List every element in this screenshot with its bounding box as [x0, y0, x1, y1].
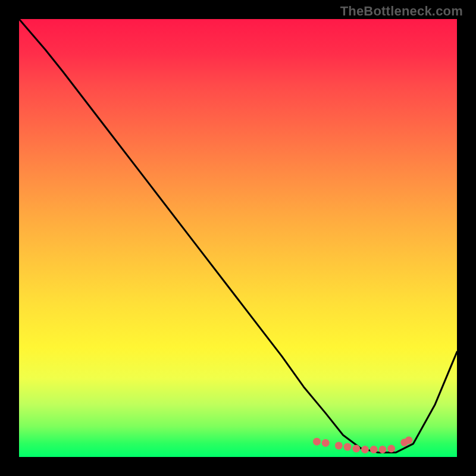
optimal-dot [361, 446, 369, 453]
plot-area [19, 19, 457, 457]
optimal-dot [322, 439, 330, 447]
optimal-dot [335, 441, 343, 449]
optimal-dot [387, 445, 395, 453]
chart-container: TheBottleneck.com [0, 0, 476, 476]
optimal-dot [313, 438, 321, 446]
attribution-text: TheBottleneck.com [340, 4, 463, 19]
optimal-dot [405, 437, 413, 444]
optimal-dot [378, 446, 386, 453]
optimal-dot [344, 443, 352, 451]
optimal-dot [370, 446, 378, 453]
chart-svg [19, 19, 457, 457]
bottleneck-curve [19, 19, 457, 453]
optimal-dot [352, 445, 360, 453]
